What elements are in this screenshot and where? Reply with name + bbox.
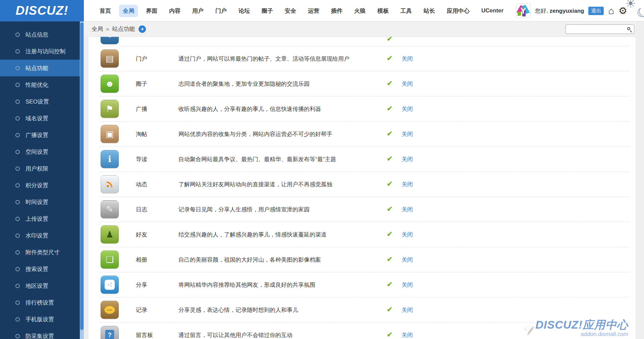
sidebar-item[interactable]: 域名设置 bbox=[0, 110, 80, 127]
close-link[interactable]: 关闭 bbox=[401, 331, 413, 339]
enabled-check-icon: ✔ bbox=[387, 155, 393, 163]
nav-item[interactable]: 论坛 bbox=[235, 5, 254, 17]
search-icon[interactable] bbox=[627, 27, 630, 30]
close-link[interactable]: 关闭 bbox=[401, 55, 413, 63]
enabled-check-icon: ✔ bbox=[387, 331, 393, 339]
close-link[interactable]: 关闭 bbox=[401, 181, 413, 188]
sidebar-item[interactable]: 手机版设置 bbox=[0, 311, 80, 328]
main-nav: 首页 全局 界面 内容 用户 门户 论坛 圈子 安全 运营 插件 火狼 bbox=[96, 0, 507, 21]
greeting-text: 您好, bbox=[535, 8, 548, 14]
breadcrumb-section[interactable]: 全局 bbox=[92, 25, 103, 33]
sidebar-item[interactable]: 搜索设置 bbox=[0, 261, 80, 277]
enabled-check-icon: ✔ bbox=[387, 37, 393, 43]
sidebar-item[interactable]: 积分设置 bbox=[0, 177, 80, 194]
sidebar-item-label: 上传设置 bbox=[25, 215, 48, 223]
radio-circle-icon bbox=[15, 317, 20, 322]
search-input[interactable] bbox=[566, 25, 634, 33]
close-link[interactable]: 关闭 bbox=[401, 231, 413, 239]
nav-item[interactable]: 插件 bbox=[327, 5, 346, 17]
nav-item[interactable]: 安全 bbox=[281, 5, 300, 17]
sidebar-item[interactable]: 防采集设置 bbox=[0, 328, 80, 339]
sidebar-item[interactable]: 水印设置 bbox=[0, 227, 80, 244]
feature-row: ▤ 门户 通过门户，网站可以将最热门的帖子、文章、活动等信息展现给用户 ✔ 关闭 bbox=[99, 46, 630, 71]
close-link[interactable]: 关闭 bbox=[401, 155, 413, 163]
close-link[interactable]: 关闭 bbox=[401, 281, 413, 289]
close-link[interactable]: 关闭 bbox=[401, 206, 413, 213]
top-bar: DISCUZ! 首页 全局 界面 内容 用户 门户 论坛 圈子 安全 运营 bbox=[0, 0, 644, 21]
messageboard-icon: ? bbox=[101, 326, 119, 339]
right-scroll-track[interactable] bbox=[636, 21, 644, 339]
radio-circle-icon bbox=[15, 83, 20, 87]
nav-item[interactable]: 用户 bbox=[189, 5, 207, 17]
radio-circle-icon bbox=[15, 116, 20, 121]
sidebar-item[interactable]: 空间设置 bbox=[0, 143, 80, 160]
nav-item[interactable]: 运营 bbox=[304, 5, 323, 17]
radio-circle-icon bbox=[15, 267, 20, 271]
nav-item[interactable]: 界面 bbox=[142, 5, 161, 17]
radio-circle-icon bbox=[15, 300, 20, 305]
close-link[interactable]: 关闭 bbox=[401, 80, 413, 88]
sidebar-item[interactable]: 排行榜设置 bbox=[0, 294, 80, 311]
feature-label: 日志 bbox=[136, 206, 178, 213]
feature-description: 志同道合者的聚集地，更加专业更加隐秘的交流乐园 bbox=[178, 80, 310, 88]
sidebar-item-label: 水印设置 bbox=[25, 232, 48, 240]
sidebar-item[interactable]: 注册与访问控制 bbox=[0, 43, 80, 60]
nav-item[interactable]: 内容 bbox=[165, 5, 184, 17]
nav-item[interactable]: 模板 bbox=[374, 5, 392, 17]
sidebar-item[interactable]: 站点功能 bbox=[0, 60, 80, 76]
enabled-check-icon: ✔ bbox=[387, 105, 393, 113]
sidebar-item[interactable]: SEO设置 bbox=[0, 93, 80, 110]
sidebar-item-label: 注册与访问控制 bbox=[25, 48, 65, 55]
breadcrumb-page: 站点功能 bbox=[112, 25, 135, 33]
radio-circle-icon bbox=[15, 166, 20, 171]
nav-item[interactable]: 站长 bbox=[420, 5, 439, 17]
sidebar-item[interactable]: 时间设置 bbox=[0, 194, 80, 210]
close-link[interactable]: 关闭 bbox=[401, 105, 413, 113]
sidebar-item[interactable]: 性能优化 bbox=[0, 76, 80, 93]
sidebar-item[interactable]: 地区设置 bbox=[0, 277, 80, 294]
feature-rows: ▤ 门户 通过门户，网站可以将最热门的帖子、文章、活动等信息展现给用户 ✔ 关闭… bbox=[89, 46, 636, 339]
radio-circle-icon bbox=[15, 32, 20, 37]
brand-logo[interactable]: DISCUZ! bbox=[0, 0, 84, 21]
sidebar-item[interactable]: 附件类型尺寸 bbox=[0, 244, 80, 261]
sidebar-item-label: 附件类型尺寸 bbox=[25, 249, 60, 256]
sidebar-scroll-thumb[interactable] bbox=[80, 22, 84, 330]
feature-label: 动态 bbox=[136, 181, 178, 188]
sidebar-item[interactable]: 上传设置 bbox=[0, 210, 80, 227]
feature-row: ••• 记录 分享灵感，表达心情，记录随时想到的人和事儿 ✔ 关闭 bbox=[99, 297, 630, 323]
nav-item[interactable]: 门户 bbox=[212, 5, 230, 17]
feature-description: 通过门户，网站可以将最热门的帖子、文章、活动等信息展现给用户 bbox=[178, 55, 350, 63]
nav-item[interactable]: 圈子 bbox=[258, 5, 277, 17]
breadcrumb-add-button[interactable]: + bbox=[139, 25, 146, 33]
digest-icon: ℹ bbox=[101, 150, 119, 168]
feature-description: 通过留言，可以让其他用户不会错过你的互动 bbox=[178, 331, 292, 339]
nav-item[interactable]: 工具 bbox=[397, 5, 416, 17]
sidebar-item[interactable]: 用户权限 bbox=[0, 160, 80, 177]
close-link[interactable]: 关闭 bbox=[401, 306, 413, 314]
feature-row: ⚑ 广播 收听感兴趣的人，分享有趣的事儿，信息快速传播的利器 ✔ 关闭 bbox=[99, 96, 630, 122]
nav-item[interactable]: 应用中心 bbox=[443, 5, 473, 17]
feature-row: 动态 了解网站关注好友网站动向的直接渠道，让用户不再感觉孤独 ✔ 关闭 bbox=[99, 172, 630, 197]
sidebar-item-label: 时间设置 bbox=[25, 198, 48, 206]
sidebar-item[interactable]: 站点信息 bbox=[0, 26, 80, 43]
close-link[interactable]: 关闭 bbox=[401, 256, 413, 264]
feature-row: ℹ 导读 自动聚合网站最具争议、最热门、最精华、最新发布等“最”主题 ✔ 关闭 bbox=[99, 147, 630, 172]
sidebar-item[interactable]: 广播设置 bbox=[0, 127, 80, 143]
feature-description: 收听感兴趣的人，分享有趣的事儿，信息快速传播的利器 bbox=[178, 105, 321, 113]
nav-item[interactable]: 首页 bbox=[96, 5, 115, 17]
close-link[interactable]: 关闭 bbox=[401, 130, 413, 138]
radio-circle-icon bbox=[15, 49, 20, 54]
avatar[interactable]: Y bbox=[516, 3, 531, 18]
main-panel: 全局 » 站点功能 + ○ ✔ bbox=[84, 21, 636, 339]
sidebar-item-label: 手机版设置 bbox=[25, 316, 54, 323]
home-icon[interactable]: ⌂ bbox=[608, 6, 614, 16]
portal-icon: ▤ bbox=[101, 50, 119, 68]
feature-row: ? 留言板 通过留言，可以让其他用户不会错过你的互动 ✔ 关闭 bbox=[99, 323, 630, 339]
logout-button[interactable]: 退出 bbox=[588, 7, 604, 15]
nav-item[interactable]: 全局 bbox=[119, 5, 138, 17]
user-cluster: Y 您好, zengyuxiang 退出 ⌂ ⚙ bbox=[516, 0, 627, 21]
enabled-check-icon: ✔ bbox=[387, 130, 393, 138]
record-icon: ••• bbox=[101, 301, 119, 319]
nav-item[interactable]: 火狼 bbox=[351, 5, 369, 17]
nav-item[interactable]: UCenter bbox=[478, 5, 507, 16]
